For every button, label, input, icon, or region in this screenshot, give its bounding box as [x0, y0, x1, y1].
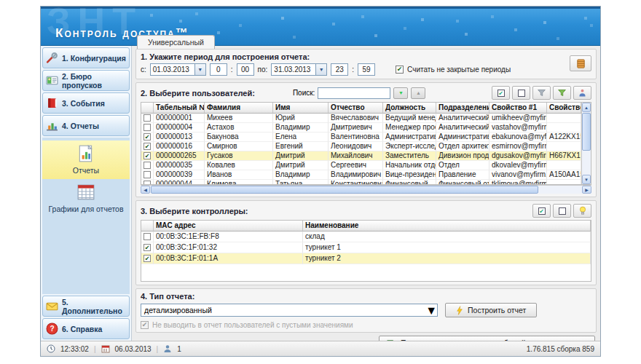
search-prev-button[interactable]: ▲ — [411, 87, 425, 99]
table-row[interactable]: ✔00:0B:3C:1F:01:32турникет 1 — [141, 242, 591, 253]
row-checkbox[interactable]: ✔ — [141, 142, 154, 151]
search-input[interactable] — [318, 87, 390, 99]
row-checkbox[interactable]: ✔ — [141, 253, 154, 264]
column-header[interactable]: Табельный № — [154, 103, 205, 114]
table-cell: Сергеевич — [329, 161, 383, 170]
page: ЗНТ Контроль доступа™ 1. Конфигурация 2.… — [0, 0, 641, 364]
users-horizontal-scrollbar[interactable]: ◀ ▶ — [141, 185, 591, 194]
chevron-down-icon[interactable]: ▼ — [315, 64, 326, 75]
table-cell — [547, 114, 581, 123]
sidebar-item-reports[interactable]: 4. Отчеты — [42, 115, 130, 136]
row-checkbox[interactable] — [141, 232, 154, 242]
scroll-up-icon[interactable]: ▲ — [582, 103, 591, 112]
table-row[interactable]: 000000004АстаховВладимирДмитриевичМенедж… — [141, 123, 581, 132]
users-vertical-scrollbar[interactable]: ▲ ▼ — [581, 103, 591, 184]
database-button[interactable] — [570, 55, 591, 71]
report-type-select[interactable]: детализированный ▼ — [141, 304, 438, 317]
sidebar-item-help[interactable]: ? 6. Справка — [42, 318, 130, 339]
column-header[interactable]: Подразделение — [436, 103, 489, 114]
table-cell: 000000044 — [154, 180, 205, 184]
controller-locate-button[interactable] — [573, 204, 591, 218]
table-cell: 00:0B:3C:1F:01:1A — [154, 253, 303, 264]
scrollbar-thumb[interactable] — [582, 113, 591, 151]
envelope-icon — [46, 300, 58, 312]
column-header[interactable]: Свойство #2 — [547, 103, 581, 114]
from-hour-field[interactable]: 0 — [210, 63, 227, 76]
row-checkbox[interactable] — [141, 114, 154, 123]
chevron-down-icon[interactable]: ▼ — [425, 304, 437, 316]
row-checkbox[interactable]: ✔ — [141, 151, 154, 161]
svg-text:?: ? — [50, 325, 54, 333]
table-cell — [547, 180, 581, 184]
row-checkbox[interactable] — [141, 123, 154, 132]
table-row[interactable]: ✔000000016СмирновЕвгенийЛеонидовичЭкспер… — [141, 142, 581, 151]
row-checkbox[interactable] — [141, 180, 154, 184]
from-minute-field[interactable]: 00 — [237, 63, 254, 76]
main-content: Универсальный 1. Укажите период для пост… — [132, 46, 600, 341]
clock-icon — [47, 344, 55, 353]
uncheck-all-controllers-button[interactable]: · — [553, 204, 571, 218]
checkbox-empty-icon: · — [559, 207, 566, 215]
status-bar: 12:33:02 | 06.03.2013 | 1 1.76.815 сборк… — [41, 341, 600, 356]
divider: | — [94, 345, 96, 353]
table-row[interactable]: 000000039ИвановВладимирВладимировичВице-… — [141, 170, 581, 180]
column-header[interactable]: Свойство #1 — [489, 103, 547, 114]
sidebar-item-pass-office[interactable]: 2. Бюро пропусков — [42, 70, 130, 91]
tab-universal[interactable]: Универсальный — [137, 35, 215, 49]
sidebar-subitem-report-charts[interactable]: Графики для отчетов — [42, 179, 130, 218]
table-row[interactable]: ✔0000000265ГусаковДмитрийМихайловичЗамес… — [141, 151, 581, 161]
uncheck-all-users-button[interactable]: · — [512, 86, 530, 100]
table-row[interactable]: ✔00:0B:3C:1F:01:1Aтурникет 2 — [141, 253, 591, 264]
table-cell: Вячеславович — [329, 114, 383, 123]
table-cell: Отдел — [436, 161, 489, 170]
to-hour-field[interactable]: 23 — [331, 63, 348, 76]
checkbox-checked-icon: ✔ — [498, 90, 505, 97]
column-header[interactable]: Фамилия — [205, 103, 273, 114]
to-date-picker[interactable]: 31.03.2013 ▼ — [271, 63, 327, 76]
app-window: ЗНТ Контроль доступа™ 1. Конфигурация 2.… — [40, 6, 601, 357]
row-checkbox[interactable] — [141, 161, 154, 170]
column-header[interactable]: Имя — [273, 103, 329, 114]
table-cell: Смирнов — [205, 142, 273, 151]
table-row[interactable]: 00:0B:3C:1E:FB:F8склад — [141, 232, 591, 242]
to-minute-field[interactable]: 59 — [358, 63, 375, 76]
chevron-down-icon[interactable]: ▼ — [194, 64, 205, 75]
build-report-button[interactable]: Построить отчет — [445, 303, 537, 317]
table-row[interactable]: 000000035КовалевДмитрийСергеевичНачальни… — [141, 161, 581, 170]
table-cell: Гусаков — [205, 151, 273, 161]
column-header[interactable]: MAC адрес — [154, 221, 303, 232]
column-header[interactable]: Наименование — [303, 221, 591, 232]
scroll-right-icon[interactable]: ▶ — [582, 186, 591, 194]
sidebar-subitem-label: Отчеты — [44, 166, 128, 175]
check-all-controllers-button[interactable]: ✔ — [532, 204, 551, 218]
scrollbar-thumb[interactable] — [151, 186, 538, 194]
column-header[interactable]: Должность — [383, 103, 436, 114]
row-checkbox[interactable]: ✔ — [141, 242, 154, 253]
sidebar-item-configuration[interactable]: 1. Конфигурация — [42, 47, 130, 68]
sidebar-item-additional[interactable]: 5. Дополнительно — [42, 296, 130, 317]
controllers-section: 3. Выберите контроллеры: ✔ · MAC адресНа… — [135, 200, 597, 285]
lightning-icon — [456, 306, 463, 315]
users-section: 2. Выберите пользователей: Поиск: ▼ ▲ ✔ … — [135, 82, 597, 197]
table-cell: Вице-президент по — [383, 170, 436, 180]
row-checkbox[interactable]: ✔ — [141, 132, 154, 142]
check-all-users-button[interactable]: ✔ — [492, 86, 510, 100]
table-row[interactable]: ✔000000013БакуноваЕленаВалентиновнаАдмин… — [141, 132, 581, 142]
open-periods-checkbox[interactable]: ✔ — [396, 66, 404, 74]
table-cell: Аналитический — [436, 123, 489, 132]
column-header[interactable]: Отчество — [329, 103, 383, 114]
search-next-button[interactable]: ▼ — [393, 87, 408, 99]
table-cell: vastahov@myfirm.or — [489, 123, 547, 132]
from-date-picker[interactable]: 01.03.2013 ▼ — [150, 63, 206, 76]
filter-apply-button[interactable] — [553, 86, 571, 100]
table-row[interactable]: 000000044КлимоваТатьянаКонстантиновнаФин… — [141, 180, 581, 184]
filter-button[interactable] — [532, 86, 551, 100]
select-column-header — [141, 103, 154, 114]
scroll-left-icon[interactable]: ◀ — [141, 186, 150, 194]
scroll-down-icon[interactable]: ▼ — [582, 175, 591, 184]
row-checkbox[interactable] — [141, 170, 154, 180]
sidebar-item-events[interactable]: 3. События — [42, 92, 130, 114]
table-row[interactable]: 000000001МихеевЮрийВячеславовичВедущий м… — [141, 114, 581, 123]
sidebar-subitem-reports[interactable]: Отчеты — [42, 141, 130, 179]
user-filter-button[interactable] — [573, 86, 591, 100]
